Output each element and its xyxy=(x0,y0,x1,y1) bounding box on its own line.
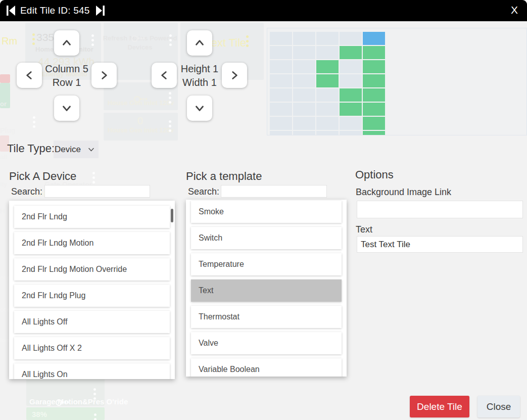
template-picker-heading: Pick a template xyxy=(186,170,262,183)
grid-cell-empty xyxy=(293,60,315,73)
close-icon[interactable]: X xyxy=(508,4,521,17)
grid-cell-empty xyxy=(316,103,339,116)
row-down-button[interactable] xyxy=(54,96,79,121)
options-heading: Options xyxy=(355,168,394,181)
tile-position-preview-panel xyxy=(267,28,527,135)
tile-type-value: Device xyxy=(55,145,81,155)
device-search-label: Search: xyxy=(11,186,42,197)
template-list-item[interactable]: Text xyxy=(191,279,342,302)
grid-cell-empty xyxy=(293,103,315,116)
chevron-down-icon xyxy=(88,148,94,152)
grid-cell-empty xyxy=(340,32,362,45)
grid-cell-occupied xyxy=(363,88,385,102)
device-list-item[interactable]: All Lights On xyxy=(14,363,170,379)
title-bar: Edit Tile ID: 545 X xyxy=(0,0,527,21)
faded-tile-block xyxy=(26,407,105,420)
template-list-item[interactable]: Valve xyxy=(191,332,342,354)
device-list-item[interactable]: 2nd Flr Lndg xyxy=(14,206,170,228)
grid-cell-current-tile xyxy=(363,32,385,45)
previous-tile-icon[interactable] xyxy=(7,6,15,16)
background-image-link-label: Background Image Link xyxy=(356,187,451,198)
grid-cell-occupied xyxy=(316,74,339,87)
grid-cell-empty xyxy=(316,117,339,130)
grid-cell-empty xyxy=(270,46,292,59)
device-list-item[interactable]: All Lights Off xyxy=(14,311,170,333)
faded-dashboard-text: all xyxy=(0,153,7,161)
device-picker-heading: Pick A Device xyxy=(9,170,76,183)
next-tile-icon[interactable] xyxy=(96,6,105,16)
faded-dashboard-text: H xyxy=(0,207,5,215)
device-list: 2nd Flr Lndg2nd Flr Lndg Motion2nd Flr L… xyxy=(9,201,175,379)
column-right-button[interactable] xyxy=(91,63,117,88)
faded-dashboard-text: ity xyxy=(0,181,7,188)
position-label: Column 5 Row 1 xyxy=(35,62,98,89)
grid-cell-empty xyxy=(293,46,315,59)
grid-cell-empty xyxy=(316,46,339,59)
width-increase-button[interactable] xyxy=(222,63,247,88)
grid-cell-empty xyxy=(270,60,292,73)
grid-cell-empty xyxy=(293,74,315,87)
grid-cell-occupied xyxy=(363,131,385,135)
grid-cell-empty xyxy=(270,74,292,87)
faded-kebab-menu-icon xyxy=(33,116,35,128)
grid-cell-occupied xyxy=(363,117,385,130)
grid-cell-occupied xyxy=(340,88,362,102)
grid-cell-occupied xyxy=(340,46,362,59)
tile-type-label: Tile Type: xyxy=(7,142,55,155)
template-list-item[interactable]: Thermostat xyxy=(191,306,342,328)
grid-cell-empty xyxy=(270,117,292,130)
grid-cell-empty xyxy=(316,131,339,135)
height-down-button[interactable] xyxy=(187,96,212,121)
grid-cell-occupied xyxy=(363,74,385,87)
grid-cell-empty xyxy=(316,32,339,45)
grid-cell-empty xyxy=(270,131,292,135)
grid-cell-empty xyxy=(293,88,315,102)
template-list: SmokeSwitchTemperatureTextThermostatValv… xyxy=(186,200,347,377)
faded-dashboard-text: ion xyxy=(0,337,9,344)
device-list-item[interactable]: 2nd Flr Lndg Motion Override xyxy=(14,258,170,281)
text-option-label: Text xyxy=(356,224,372,235)
template-list-item[interactable]: Smoke xyxy=(191,201,342,223)
row-up-button[interactable] xyxy=(54,30,79,56)
faded-dashboard-text: Plug xyxy=(0,126,15,134)
grid-cell-empty xyxy=(340,74,362,87)
device-list-item[interactable]: 2nd Flr Lndg Motion xyxy=(14,232,170,254)
row-value: Row 1 xyxy=(35,76,98,89)
grid-cell-occupied xyxy=(340,103,362,116)
device-list-item[interactable]: All Lights Off X 2 xyxy=(14,337,170,359)
close-button[interactable]: Close xyxy=(477,396,520,417)
height-up-button[interactable] xyxy=(187,30,212,56)
text-option-input[interactable] xyxy=(357,236,523,253)
faded-tile-block xyxy=(0,74,10,83)
template-list-item[interactable]: Switch xyxy=(191,227,342,249)
dialog-title: Edit Tile ID: 545 xyxy=(20,5,90,16)
template-search-input[interactable] xyxy=(221,185,327,198)
template-list-item[interactable]: Temperature xyxy=(191,253,342,275)
grid-cell-occupied xyxy=(316,60,339,73)
grid-cell-empty xyxy=(270,88,292,102)
template-list-item[interactable]: Variable Boolean xyxy=(191,358,342,377)
grid-cell-empty xyxy=(293,117,315,130)
grid-cell-empty xyxy=(340,117,362,130)
device-list-scrollbar[interactable] xyxy=(171,209,173,222)
faded-dashboard-text: Rm xyxy=(2,35,17,47)
grid-cell-empty xyxy=(270,103,292,116)
background-image-link-input[interactable] xyxy=(357,201,523,218)
template-search-label: Search: xyxy=(188,186,219,197)
grid-cell-empty xyxy=(293,131,315,135)
grid-cell-empty xyxy=(316,88,339,102)
grid-cell-occupied xyxy=(363,46,385,59)
faded-kebab-menu-icon xyxy=(92,172,95,183)
tile-type-select[interactable]: Device xyxy=(54,141,99,158)
grid-cell-empty xyxy=(340,131,362,135)
column-value: Column 5 xyxy=(35,62,98,76)
grid-cell-empty xyxy=(340,60,362,73)
grid-cell-occupied xyxy=(363,60,385,73)
device-search-input[interactable] xyxy=(44,185,150,198)
device-list-item[interactable]: 2nd Flr Lndg Plug xyxy=(14,285,170,307)
tile-position-grid xyxy=(270,32,385,135)
delete-tile-button[interactable]: Delete Tile xyxy=(410,396,469,417)
grid-cell-empty xyxy=(293,32,315,45)
grid-cell-occupied xyxy=(363,103,385,116)
faded-tile-block xyxy=(104,113,178,141)
